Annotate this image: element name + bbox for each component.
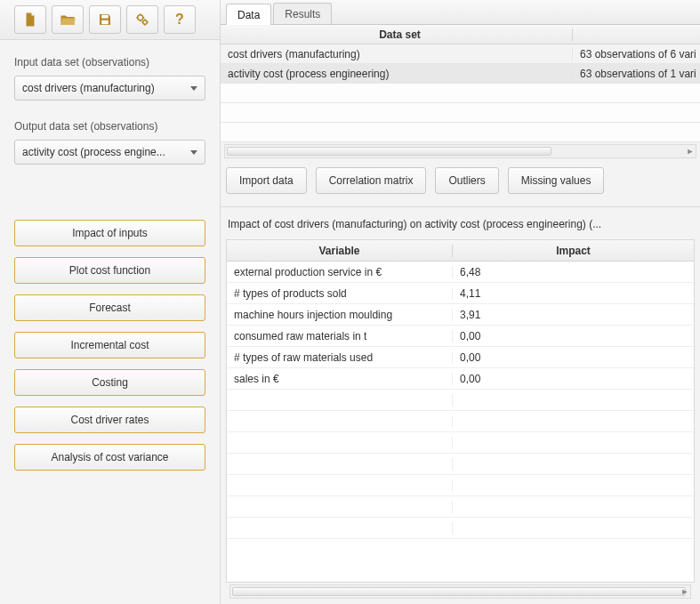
import-data-button[interactable]: Import data <box>226 167 307 194</box>
help-icon: ? <box>175 12 184 28</box>
output-dataset-dropdown[interactable]: activity cost (process engine... <box>14 140 205 165</box>
input-dataset-value: cost drivers (manufacturing) <box>22 82 155 94</box>
svg-rect-0 <box>101 15 109 19</box>
impact-pane: Impact of cost drivers (manufacturing) o… <box>221 207 700 604</box>
impact-row[interactable]: consumed raw materials in t0,00 <box>227 326 694 347</box>
dataset-header-name[interactable]: Data set <box>221 28 573 41</box>
scroll-right-icon[interactable]: ► <box>679 585 691 598</box>
impact-row: .. <box>227 454 694 475</box>
tab-data[interactable]: Data <box>226 4 271 25</box>
impact-row[interactable]: machine hours injection moulding3,91 <box>227 304 694 326</box>
impact-row: .. <box>227 432 694 454</box>
impact-header-impact[interactable]: Impact <box>453 245 694 257</box>
scroll-right-icon[interactable]: ► <box>684 145 696 157</box>
dataset-info-cell: 63 observations of 6 vari <box>573 48 700 60</box>
impact-header-variable[interactable]: Variable <box>227 245 453 257</box>
forecast-button[interactable]: Forecast <box>14 294 205 321</box>
dataset-row[interactable]: cost drivers (manufacturing) 63 observat… <box>221 44 700 64</box>
svg-rect-1 <box>101 20 109 25</box>
scroll-thumb[interactable] <box>227 147 551 156</box>
main-panel: Data Results Data set cost drivers (manu… <box>221 0 700 604</box>
impact-row[interactable]: sales in €0,00 <box>227 368 694 390</box>
correlation-matrix-button[interactable]: Correlation matrix <box>316 167 427 194</box>
incremental-cost-button[interactable]: Incremental cost <box>14 332 205 358</box>
impact-row: .. <box>227 496 694 518</box>
dataset-info-cell: 63 observations of 1 vari <box>573 68 700 80</box>
chevron-down-icon <box>190 150 197 155</box>
scroll-thumb[interactable] <box>232 587 686 596</box>
folder-open-icon <box>60 12 76 28</box>
impact-row: .. <box>227 411 694 432</box>
impact-title: Impact of cost drivers (manufacturing) o… <box>226 213 695 239</box>
impact-row[interactable]: # types of products sold4,11 <box>227 283 694 304</box>
new-file-button[interactable] <box>14 5 46 34</box>
dataset-hscrollbar[interactable]: ◄ ► <box>224 144 696 158</box>
dataset-row <box>221 123 700 142</box>
input-dataset-dropdown[interactable]: cost drivers (manufacturing) <box>14 76 205 101</box>
chevron-down-icon <box>190 86 197 91</box>
plot-cost-function-button[interactable]: Plot cost function <box>14 257 205 284</box>
impact-row: .. <box>227 518 694 539</box>
tab-results[interactable]: Results <box>273 3 332 24</box>
help-button[interactable]: ? <box>164 5 196 34</box>
impact-of-inputs-button[interactable]: Impact of inputs <box>14 220 205 246</box>
dataset-name-cell: cost drivers (manufacturing) <box>221 48 573 60</box>
dataset-row <box>221 103 700 123</box>
dataset-row[interactable]: activity cost (process engineering) 63 o… <box>221 64 700 84</box>
input-dataset-label: Input data set (observations) <box>14 56 205 68</box>
sidebar: ? Input data set (observations) cost dri… <box>0 0 221 604</box>
cost-driver-rates-button[interactable]: Cost driver rates <box>14 407 205 433</box>
open-button[interactable] <box>52 5 84 34</box>
toolbar: ? <box>0 0 220 40</box>
save-button[interactable] <box>89 5 121 34</box>
impact-row: .. <box>227 390 694 411</box>
impact-hscrollbar[interactable]: ◄ ► <box>229 584 691 599</box>
dataset-name-cell: activity cost (process engineering) <box>221 68 573 80</box>
dataset-pane: Data set cost drivers (manufacturing) 63… <box>221 25 700 207</box>
costing-button[interactable]: Costing <box>14 369 205 396</box>
settings-button[interactable] <box>126 5 158 34</box>
dataset-row <box>221 84 700 103</box>
tabs: Data Results <box>221 0 700 25</box>
dataset-grid-header: Data set <box>221 25 700 44</box>
file-icon <box>22 12 38 28</box>
svg-point-2 <box>138 15 143 20</box>
analysis-of-cost-variance-button[interactable]: Analysis of cost variance <box>14 444 205 471</box>
impact-row[interactable]: # types of raw materials used0,00 <box>227 347 694 368</box>
impact-grid-body: external production service in €6,48 # t… <box>227 262 694 582</box>
output-dataset-value: activity cost (process engine... <box>22 146 165 158</box>
dataset-header-info[interactable] <box>573 28 700 41</box>
missing-values-button[interactable]: Missing values <box>508 167 605 194</box>
gears-icon <box>134 12 150 28</box>
outliers-button[interactable]: Outliers <box>435 167 498 194</box>
impact-grid: Variable Impact external production serv… <box>226 239 695 583</box>
impact-row[interactable]: external production service in €6,48 <box>227 262 694 283</box>
svg-point-3 <box>143 20 148 25</box>
impact-grid-header: Variable Impact <box>227 240 694 262</box>
dataset-buttons: Import data Correlation matrix Outliers … <box>221 160 700 201</box>
output-dataset-label: Output data set (observations) <box>14 120 205 133</box>
impact-row: .. <box>227 475 694 496</box>
save-icon <box>97 12 113 28</box>
